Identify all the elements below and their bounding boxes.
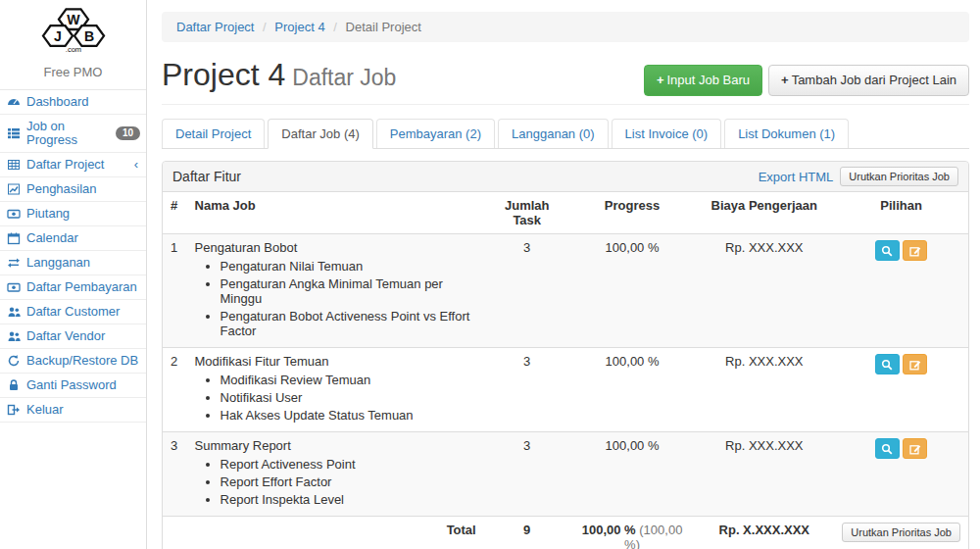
calendar-icon xyxy=(7,231,21,245)
subtask-item: Report Inspekta Level xyxy=(220,492,476,507)
subtask-item: Notifikasi User xyxy=(220,390,476,405)
total-tasks: 9 xyxy=(484,517,570,549)
job-name-cell: Modifikasi Fitur Temuan Modifikasi Revie… xyxy=(187,348,484,432)
svg-text:B: B xyxy=(83,28,93,44)
subtask-item: Pengaturan Nilai Temuan xyxy=(220,259,476,274)
project-tabs: Detail Project Daftar Job (4) Pembayaran… xyxy=(162,119,969,149)
job-count-badge: 10 xyxy=(116,126,140,140)
progress-value: 100,00 % xyxy=(570,348,695,432)
job-name: Modifikasi Fitur Temuan xyxy=(195,354,329,369)
jwb-logo-icon: W J B .com xyxy=(27,5,120,54)
view-job-button[interactable] xyxy=(875,240,900,261)
panel-daftar-fitur: Daftar Fitur Export HTML Urutkan Priorit… xyxy=(162,161,969,549)
breadcrumb-separator: / xyxy=(263,20,267,34)
jumlah-task-value: 3 xyxy=(484,432,570,517)
edit-job-button[interactable] xyxy=(903,354,927,374)
sidebar-item-label: Daftar Pembayaran xyxy=(26,280,137,294)
sidebar-item-penghasilan[interactable]: Penghasilan xyxy=(0,177,146,202)
total-biaya: Rp. X.XXX.XXX xyxy=(694,517,834,549)
export-html-link[interactable]: Export HTML xyxy=(759,170,834,184)
sidebar-item-label: Job on Progress xyxy=(26,120,110,147)
subtask-item: Modifikasi Review Temuan xyxy=(220,373,476,387)
sidebar-item-backup-restore-db[interactable]: Backup/Restore DB xyxy=(0,349,146,374)
breadcrumb: Daftar Project / Project 4 / Detail Proj… xyxy=(162,12,969,42)
sidebar-menu: Dashboard Job on Progress 10 Daftar Proj… xyxy=(0,89,146,423)
col-progress: Progress xyxy=(570,192,695,234)
table-row: 1 Pengaturan Bobot Pengaturan Nilai Temu… xyxy=(163,234,968,348)
breadcrumb-daftar-project[interactable]: Daftar Project xyxy=(176,20,254,34)
breadcrumb-current: Detail Project xyxy=(346,20,421,34)
sidebar-item-ganti-password[interactable]: Ganti Password xyxy=(0,374,146,398)
sidebar: W J B .com Free PMO Dashboard Job on Pro… xyxy=(0,0,147,549)
col-number: # xyxy=(163,192,187,234)
brand-logo[interactable]: W J B .com xyxy=(0,0,146,58)
edit-job-button[interactable] xyxy=(903,240,927,261)
action-cell xyxy=(834,234,968,348)
sidebar-item-piutang[interactable]: Piutang xyxy=(0,202,146,226)
sidebar-item-daftar-project[interactable]: Daftar Project ‹ xyxy=(0,153,146,177)
sidebar-item-dashboard[interactable]: Dashboard xyxy=(0,90,146,115)
tab-langganan[interactable]: Langganan (0) xyxy=(498,119,609,148)
sidebar-item-label: Ganti Password xyxy=(26,378,117,392)
sidebar-item-daftar-customer[interactable]: Daftar Customer xyxy=(0,300,146,324)
table-icon xyxy=(7,158,21,172)
biaya-value: Rp. XXX.XXX xyxy=(694,348,834,432)
search-icon xyxy=(881,359,893,371)
input-job-baru-button[interactable]: +Input Job Baru xyxy=(644,65,762,96)
users-icon xyxy=(7,329,21,343)
sidebar-item-keluar[interactable]: Keluar xyxy=(0,398,146,423)
job-name-cell: Summary Report Report Activeness Point R… xyxy=(187,432,484,517)
jumlah-task-value: 3 xyxy=(484,234,570,348)
tab-list-dokumen[interactable]: List Dokumen (1) xyxy=(724,119,849,148)
job-name: Pengaturan Bobot xyxy=(195,240,298,255)
sidebar-item-label: Penghasilan xyxy=(26,182,97,196)
sidebar-item-label: Daftar Vendor xyxy=(26,329,105,343)
sidebar-item-label: Backup/Restore DB xyxy=(26,354,138,368)
svg-text:.com: .com xyxy=(65,45,80,54)
biaya-value: Rp. XXX.XXX xyxy=(694,432,834,517)
edit-icon xyxy=(909,443,921,455)
sidebar-item-label: Langganan xyxy=(26,256,90,270)
tab-detail-project[interactable]: Detail Project xyxy=(162,119,265,148)
edit-icon xyxy=(909,359,921,371)
breadcrumb-separator: / xyxy=(333,20,337,34)
tambah-job-dari-project-lain-button[interactable]: +Tambah Job dari Project Lain xyxy=(768,65,969,96)
list-icon xyxy=(7,126,21,140)
users-icon xyxy=(7,305,21,319)
urutkan-prioritas-job-button[interactable]: Urutkan Prioritas Job xyxy=(842,523,960,542)
row-number: 3 xyxy=(163,432,187,517)
urutkan-prioritas-job-button[interactable]: Urutkan Prioritas Job xyxy=(840,167,958,186)
subtask-list: Report Activeness Point Report Effort Fa… xyxy=(220,457,476,507)
total-progress: 100,00 % (100,00 %) xyxy=(570,517,695,549)
page-title-block: Project 4Daftar Job xyxy=(162,57,396,92)
table-row: 2 Modifikasi Fitur Temuan Modifikasi Rev… xyxy=(163,348,968,432)
view-job-button[interactable] xyxy=(875,438,900,459)
job-name-cell: Pengaturan Bobot Pengaturan Nilai Temuan… xyxy=(187,234,484,348)
sidebar-item-label: Dashboard xyxy=(26,95,89,109)
sidebar-item-langganan[interactable]: Langganan xyxy=(0,251,146,275)
sidebar-item-daftar-pembayaran[interactable]: Daftar Pembayaran xyxy=(0,275,146,300)
chevron-left-icon: ‹ xyxy=(134,160,140,170)
tab-daftar-job[interactable]: Daftar Job (4) xyxy=(268,119,372,149)
dashboard-icon xyxy=(7,95,21,109)
subtask-item: Report Effort Factor xyxy=(220,474,476,489)
table-row: 3 Summary Report Report Activeness Point… xyxy=(163,432,968,517)
sidebar-item-job-on-progress[interactable]: Job on Progress 10 xyxy=(0,115,146,153)
breadcrumb-project-4[interactable]: Project 4 xyxy=(274,20,324,34)
table-header-row: # Nama Job Jumlah Task Progress Biaya Pe… xyxy=(163,192,968,234)
subtask-item: Pengaturan Angka Minimal Temuan per Ming… xyxy=(220,276,476,306)
sign-out-icon xyxy=(7,403,21,417)
line-chart-icon xyxy=(7,182,21,196)
progress-value: 100,00 % xyxy=(570,234,695,348)
tab-list-invoice[interactable]: List Invoice (0) xyxy=(612,119,722,148)
sidebar-item-label: Daftar Project xyxy=(26,158,104,172)
progress-value: 100,00 % xyxy=(570,432,695,517)
money-icon xyxy=(7,207,21,221)
sidebar-item-calendar[interactable]: Calendar xyxy=(0,226,146,251)
biaya-value: Rp. XXX.XXX xyxy=(694,234,834,348)
edit-job-button[interactable] xyxy=(903,438,927,459)
tab-pembayaran[interactable]: Pembayaran (2) xyxy=(376,119,495,148)
view-job-button[interactable] xyxy=(875,354,900,374)
jumlah-task-value: 3 xyxy=(484,348,570,432)
sidebar-item-daftar-vendor[interactable]: Daftar Vendor xyxy=(0,324,146,349)
